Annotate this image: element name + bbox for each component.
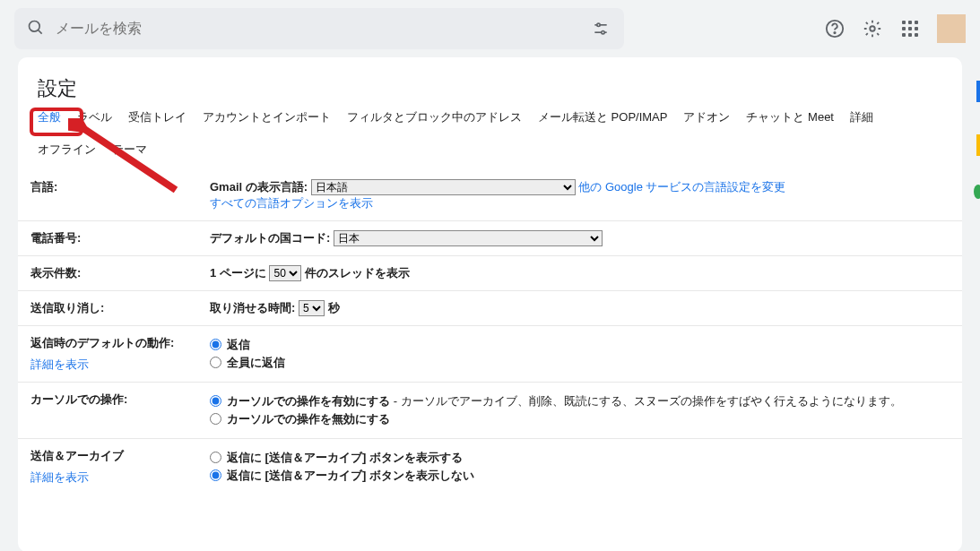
default-country-label: デフォルトの国コード: [210, 231, 330, 245]
tab-addons[interactable]: アドオン [683, 109, 730, 129]
svg-point-4 [597, 23, 600, 26]
tab-accounts[interactable]: アカウントとインポート [203, 109, 331, 129]
label-reply: 返信時のデフォルトの動作: [30, 336, 174, 349]
label-page-size: 表示件数: [30, 266, 81, 280]
top-right-actions [824, 14, 966, 43]
tab-advanced[interactable]: 詳細 [850, 109, 873, 129]
tab-chat[interactable]: チャットと Meet [746, 109, 834, 129]
search-input[interactable] [56, 21, 611, 37]
label-undo: 送信取り消し: [30, 301, 104, 314]
page-size-after: 件のスレッドを表示 [305, 266, 410, 280]
svg-point-5 [602, 31, 604, 34]
tab-offline[interactable]: オフライン [38, 142, 96, 161]
row-page-size: 表示件数: 1 ページに 50 件のスレッドを表示 [18, 256, 962, 291]
label-hover: カーソルでの操作: [30, 392, 127, 406]
radio-reply-all-label: 全員に返信 [227, 355, 285, 371]
hover-enable-label: カーソルでの操作を有効にする [227, 394, 390, 408]
apps-icon[interactable] [899, 18, 921, 39]
help-icon[interactable] [824, 18, 846, 39]
row-hover: カーソルでの操作: カーソルでの操作を有効にする - カーソルでアーカイブ、削除… [18, 383, 962, 439]
radio-hover-enable[interactable] [210, 395, 221, 407]
search-icon [27, 19, 45, 39]
svg-line-1 [39, 30, 42, 33]
hover-enable-desc: - カーソルでアーカイブ、削除、既読にする、スヌーズの操作をすばやく行えるように… [394, 394, 902, 408]
sa-hide-label: 返信に [送信＆アーカイブ] ボタンを表示しない [227, 468, 474, 484]
radio-sa-hide[interactable] [210, 469, 221, 481]
radio-hover-disable[interactable] [210, 413, 221, 425]
tab-filters[interactable]: フィルタとブロック中のアドレス [347, 109, 522, 129]
row-reply-behavior: 返信時のデフォルトの動作: 詳細を表示 返信 全員に返信 [18, 326, 962, 383]
label-send-archive: 送信＆アーカイブ [30, 449, 124, 462]
search-box[interactable] [14, 8, 624, 49]
avatar[interactable] [937, 14, 966, 43]
tab-inbox[interactable]: 受信トレイ [128, 109, 186, 129]
row-phone: 電話番号: デフォルトの国コード: 日本 [18, 221, 962, 256]
radio-reply[interactable] [210, 339, 221, 350]
svg-point-8 [870, 26, 875, 31]
undo-before: 取り消せる時間: [210, 301, 299, 314]
reply-details-link[interactable]: 詳細を表示 [30, 357, 185, 373]
label-phone: 電話番号: [30, 231, 81, 245]
settings-table: 言語: Gmail の表示言語: 日本語 他の Google サービスの言語設定… [18, 170, 962, 495]
send-archive-details-link[interactable]: 詳細を表示 [30, 469, 185, 486]
radio-reply-all[interactable] [210, 357, 221, 368]
radio-sa-show[interactable] [210, 452, 221, 463]
hover-disable-label: カーソルでの操作を無効にする [227, 411, 390, 427]
undo-seconds-select[interactable]: 5 [299, 300, 325, 316]
tab-general[interactable]: 全般 [38, 109, 61, 129]
radio-reply-label: 返信 [227, 337, 250, 353]
top-bar [0, 0, 980, 57]
sidebar-edge-indicator [974, 185, 980, 199]
other-lang-link[interactable]: 他の Google サービスの言語設定を変更 [578, 180, 785, 194]
page-size-before: 1 ページに [210, 266, 269, 280]
sa-show-label: 返信に [送信＆アーカイブ] ボタンを表示する [227, 450, 463, 466]
search-options-icon[interactable] [590, 18, 611, 39]
row-undo-send: 送信取り消し: 取り消せる時間: 5 秒 [18, 291, 962, 326]
settings-panel: 設定 全般 ラベル 受信トレイ アカウントとインポート フィルタとブロック中のア… [18, 57, 962, 551]
sidebar-edge-indicator [976, 134, 980, 156]
tab-forwarding[interactable]: メール転送と POP/IMAP [538, 109, 667, 129]
country-code-select[interactable]: 日本 [334, 230, 603, 246]
row-language: 言語: Gmail の表示言語: 日本語 他の Google サービスの言語設定… [18, 170, 962, 221]
label-language: 言語: [30, 180, 57, 194]
page-title: 設定 [18, 61, 962, 109]
page-size-select[interactable]: 50 [269, 265, 301, 281]
tab-labels[interactable]: ラベル [77, 109, 112, 129]
settings-tabs: 全般 ラベル 受信トレイ アカウントとインポート フィルタとブロック中のアドレス… [18, 109, 962, 161]
display-language-label: Gmail の表示言語: [210, 180, 308, 194]
display-language-select[interactable]: 日本語 [311, 179, 576, 195]
svg-point-0 [30, 21, 40, 31]
gear-icon[interactable] [862, 18, 883, 39]
tab-themes[interactable]: テーマ [112, 142, 147, 161]
show-all-lang-link[interactable]: すべての言語オプションを表示 [210, 196, 373, 210]
row-send-archive: 送信＆アーカイブ 詳細を表示 返信に [送信＆アーカイブ] ボタンを表示する 返… [18, 439, 962, 495]
svg-point-7 [834, 32, 835, 33]
sidebar-edge-indicator [976, 81, 980, 102]
undo-after: 秒 [328, 301, 340, 314]
